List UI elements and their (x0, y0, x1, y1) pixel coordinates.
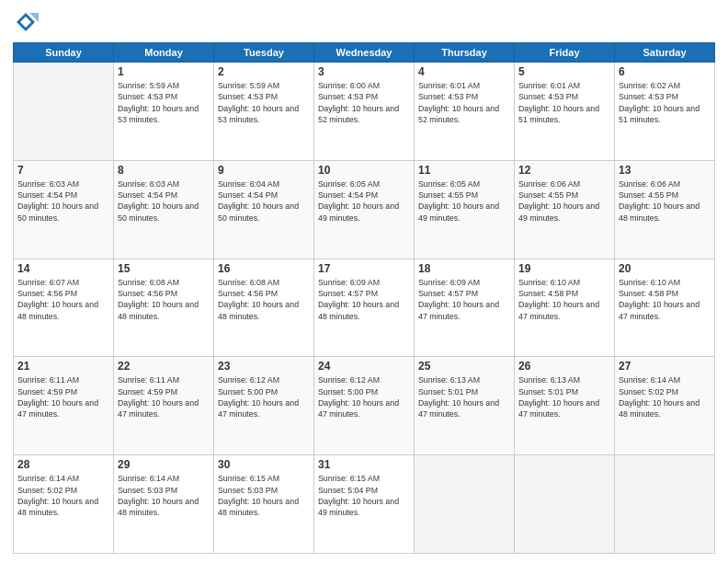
cell-daylight: Daylight: 10 hours and 47 minutes. (118, 397, 210, 420)
cell-daylight: Daylight: 10 hours and 47 minutes. (619, 299, 711, 322)
cell-info: Sunrise: 6:01 AM Sunset: 4:53 PM Dayligh… (418, 80, 510, 125)
cell-day-number: 10 (318, 164, 410, 177)
cell-day-number: 11 (418, 164, 510, 177)
cell-info: Sunrise: 6:12 AM Sunset: 5:00 PM Dayligh… (318, 374, 410, 419)
cell-info: Sunrise: 6:07 AM Sunset: 4:56 PM Dayligh… (17, 277, 109, 322)
cell-daylight: Daylight: 10 hours and 50 minutes. (118, 201, 210, 224)
cell-daylight: Daylight: 10 hours and 48 minutes. (218, 496, 310, 519)
cell-day-number: 25 (418, 360, 510, 373)
cell-sunrise: Sunrise: 6:14 AM (619, 374, 711, 385)
cell-daylight: Daylight: 10 hours and 48 minutes. (118, 496, 210, 519)
calendar-cell: 2 Sunrise: 5:59 AM Sunset: 4:53 PM Dayli… (214, 63, 314, 161)
calendar-cell: 9 Sunrise: 6:04 AM Sunset: 4:54 PM Dayli… (214, 160, 314, 259)
cell-sunrise: Sunrise: 6:11 AM (17, 374, 109, 385)
cell-daylight: Daylight: 10 hours and 48 minutes. (17, 299, 109, 322)
header-day-sunday: Sunday (14, 43, 114, 63)
cell-daylight: Daylight: 10 hours and 47 minutes. (218, 397, 310, 420)
cell-info: Sunrise: 6:14 AM Sunset: 5:02 PM Dayligh… (619, 374, 711, 419)
cell-sunrise: Sunrise: 6:13 AM (518, 374, 610, 385)
calendar-cell: 5 Sunrise: 6:01 AM Sunset: 4:53 PM Dayli… (515, 63, 615, 161)
cell-day-number: 3 (318, 65, 410, 78)
calendar-body: 1 Sunrise: 5:59 AM Sunset: 4:53 PM Dayli… (14, 63, 715, 554)
cell-info: Sunrise: 6:04 AM Sunset: 4:54 PM Dayligh… (218, 178, 310, 224)
cell-day-number: 20 (619, 262, 711, 275)
cell-day-number: 21 (17, 360, 109, 373)
calendar-cell: 29 Sunrise: 6:14 AM Sunset: 5:03 PM Dayl… (114, 455, 214, 554)
cell-sunset: Sunset: 4:53 PM (418, 91, 510, 102)
cell-sunset: Sunset: 4:57 PM (318, 288, 410, 299)
cell-sunset: Sunset: 4:59 PM (118, 386, 210, 397)
cell-info: Sunrise: 5:59 AM Sunset: 4:53 PM Dayligh… (218, 80, 310, 125)
calendar-cell: 1 Sunrise: 5:59 AM Sunset: 4:53 PM Dayli… (114, 63, 214, 161)
cell-sunrise: Sunrise: 6:06 AM (619, 178, 711, 190)
cell-sunset: Sunset: 4:57 PM (418, 288, 510, 299)
cell-sunrise: Sunrise: 6:03 AM (17, 178, 109, 190)
calendar-cell: 4 Sunrise: 6:01 AM Sunset: 4:53 PM Dayli… (415, 63, 515, 161)
calendar-cell: 3 Sunrise: 6:00 AM Sunset: 4:53 PM Dayli… (314, 63, 415, 161)
cell-info: Sunrise: 6:11 AM Sunset: 4:59 PM Dayligh… (118, 374, 210, 419)
cell-sunrise: Sunrise: 6:00 AM (318, 80, 410, 91)
cell-sunset: Sunset: 4:55 PM (518, 190, 610, 201)
cell-daylight: Daylight: 10 hours and 47 minutes. (318, 397, 410, 420)
cell-sunrise: Sunrise: 6:08 AM (118, 277, 210, 288)
cell-sunrise: Sunrise: 6:09 AM (418, 277, 510, 288)
cell-sunrise: Sunrise: 5:59 AM (218, 80, 310, 91)
cell-info: Sunrise: 6:15 AM Sunset: 5:03 PM Dayligh… (218, 473, 310, 518)
cell-info: Sunrise: 6:08 AM Sunset: 4:56 PM Dayligh… (118, 277, 210, 322)
cell-sunrise: Sunrise: 6:12 AM (218, 374, 310, 385)
calendar-cell: 10 Sunrise: 6:05 AM Sunset: 4:54 PM Dayl… (314, 160, 415, 259)
cell-sunset: Sunset: 5:00 PM (318, 386, 410, 397)
cell-daylight: Daylight: 10 hours and 51 minutes. (619, 103, 711, 126)
calendar-cell: 14 Sunrise: 6:07 AM Sunset: 4:56 PM Dayl… (14, 259, 114, 357)
cell-day-number: 29 (118, 458, 210, 471)
calendar-cell (515, 455, 615, 554)
cell-daylight: Daylight: 10 hours and 49 minutes. (418, 201, 510, 224)
cell-info: Sunrise: 6:06 AM Sunset: 4:55 PM Dayligh… (518, 178, 610, 224)
cell-daylight: Daylight: 10 hours and 47 minutes. (518, 299, 610, 322)
cell-sunset: Sunset: 4:58 PM (619, 288, 711, 299)
calendar-cell: 8 Sunrise: 6:03 AM Sunset: 4:54 PM Dayli… (114, 160, 214, 259)
calendar-header: SundayMondayTuesdayWednesdayThursdayFrid… (14, 43, 715, 63)
cell-sunrise: Sunrise: 6:08 AM (218, 277, 310, 288)
cell-sunrise: Sunrise: 6:11 AM (118, 374, 210, 385)
cell-info: Sunrise: 6:00 AM Sunset: 4:53 PM Dayligh… (318, 80, 410, 125)
cell-info: Sunrise: 6:13 AM Sunset: 5:01 PM Dayligh… (518, 374, 610, 419)
cell-day-number: 16 (218, 262, 310, 275)
cell-info: Sunrise: 6:05 AM Sunset: 4:54 PM Dayligh… (318, 178, 410, 224)
cell-info: Sunrise: 6:05 AM Sunset: 4:55 PM Dayligh… (418, 178, 510, 224)
cell-daylight: Daylight: 10 hours and 48 minutes. (118, 299, 210, 322)
cell-sunrise: Sunrise: 6:10 AM (619, 277, 711, 288)
header (13, 9, 715, 35)
cell-day-number: 9 (218, 164, 310, 177)
calendar-cell: 17 Sunrise: 6:09 AM Sunset: 4:57 PM Dayl… (314, 259, 415, 357)
cell-sunset: Sunset: 5:02 PM (619, 386, 711, 397)
calendar-cell: 15 Sunrise: 6:08 AM Sunset: 4:56 PM Dayl… (114, 259, 214, 357)
header-day-monday: Monday (114, 43, 214, 63)
calendar-cell: 31 Sunrise: 6:15 AM Sunset: 5:04 PM Dayl… (314, 455, 415, 554)
calendar-cell: 24 Sunrise: 6:12 AM Sunset: 5:00 PM Dayl… (314, 357, 415, 455)
cell-day-number: 4 (418, 65, 510, 78)
cell-daylight: Daylight: 10 hours and 53 minutes. (118, 103, 210, 126)
cell-day-number: 13 (619, 164, 711, 177)
cell-daylight: Daylight: 10 hours and 53 minutes. (218, 103, 310, 126)
cell-day-number: 27 (619, 360, 711, 373)
calendar-row-2: 7 Sunrise: 6:03 AM Sunset: 4:54 PM Dayli… (14, 160, 715, 259)
cell-day-number: 1 (118, 65, 210, 78)
cell-sunset: Sunset: 5:00 PM (218, 386, 310, 397)
cell-day-number: 17 (318, 262, 410, 275)
cell-daylight: Daylight: 10 hours and 48 minutes. (318, 299, 410, 322)
calendar-cell: 18 Sunrise: 6:09 AM Sunset: 4:57 PM Dayl… (415, 259, 515, 357)
cell-info: Sunrise: 6:10 AM Sunset: 4:58 PM Dayligh… (518, 277, 610, 322)
header-day-tuesday: Tuesday (214, 43, 314, 63)
calendar-cell: 27 Sunrise: 6:14 AM Sunset: 5:02 PM Dayl… (615, 357, 715, 455)
cell-sunrise: Sunrise: 5:59 AM (118, 80, 210, 91)
cell-sunrise: Sunrise: 6:01 AM (518, 80, 610, 91)
cell-sunset: Sunset: 4:56 PM (118, 288, 210, 299)
cell-info: Sunrise: 6:03 AM Sunset: 4:54 PM Dayligh… (17, 178, 109, 224)
logo (13, 9, 42, 35)
calendar-cell: 23 Sunrise: 6:12 AM Sunset: 5:00 PM Dayl… (214, 357, 314, 455)
cell-sunset: Sunset: 5:04 PM (318, 485, 410, 496)
calendar-cell: 22 Sunrise: 6:11 AM Sunset: 4:59 PM Dayl… (114, 357, 214, 455)
cell-day-number: 23 (218, 360, 310, 373)
cell-sunrise: Sunrise: 6:15 AM (218, 473, 310, 484)
